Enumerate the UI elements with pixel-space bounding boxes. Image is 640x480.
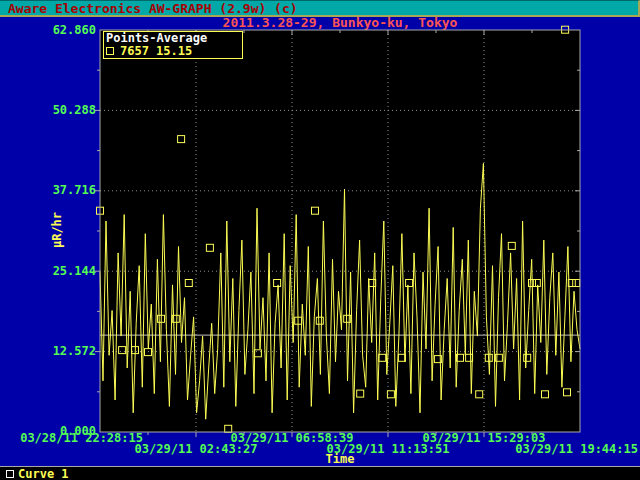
app-title: Aware Electronics AW-GRAPH (2.9w) (c) [8,1,298,16]
x-tick-label: 03/29/11 19:44:15 [515,444,638,455]
plot-background [100,30,580,432]
legend-entry-label: 7657 15.15 [120,45,192,57]
y-tick-label: 62.860 [0,24,96,37]
legend-entry: 7657 15.15 [106,45,240,57]
y-tick-label: 50.288 [0,104,96,117]
y-tick-label: 37.716 [0,184,96,197]
status-curve-label: Curve 1 [18,468,69,480]
legend-box: Points-Average 7657 15.15 [103,31,243,59]
y-tick-label: 12.572 [0,345,96,358]
x-axis-title: Time [326,453,355,465]
legend-title: Points-Average [106,32,240,44]
plot-area [100,30,580,432]
status-bar: Curve 1 [0,466,640,480]
x-tick-label: 03/28/11 22:28:15 [20,433,143,444]
chart-title: 2011.3.28-29, Bunkyo-ku, Tokyo [223,16,458,29]
y-axis-title: µR/hr [50,212,64,248]
curve-marker-icon [6,470,14,478]
legend-marker-icon [106,47,114,55]
x-tick-label: 03/29/11 02:43:27 [135,444,258,455]
y-tick-label: 25.144 [0,265,96,278]
